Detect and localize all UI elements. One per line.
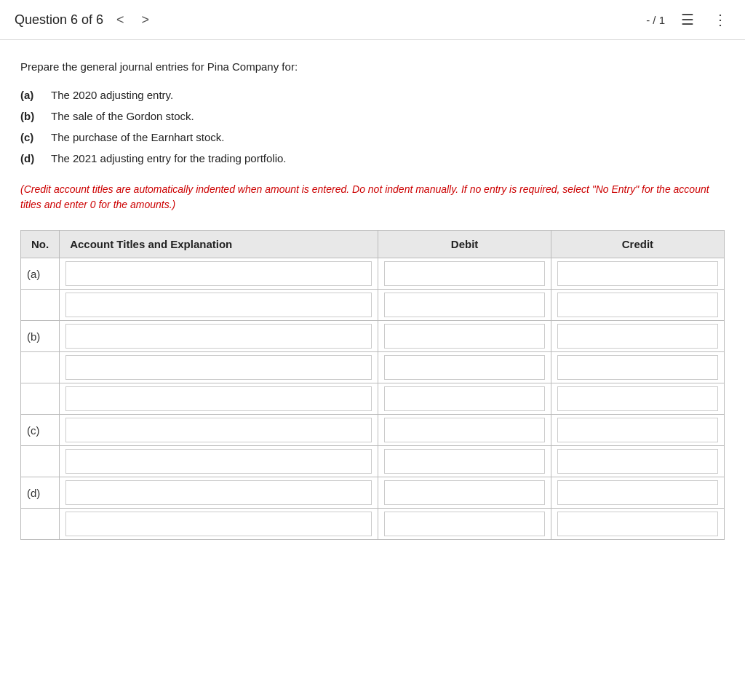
row-a-2 (21, 290, 725, 321)
part-c-text: The purchase of the Earnhart stock. (51, 131, 224, 143)
parts-list: (a) The 2020 adjusting entry. (b) The sa… (20, 89, 725, 164)
row-d-2-debit-input[interactable] (384, 512, 545, 536)
more-options-button[interactable]: ⋮ (710, 8, 730, 31)
row-d-1-debit-input[interactable] (384, 480, 545, 505)
row-b-3-account-input[interactable] (65, 386, 372, 411)
row-a-2-no (21, 290, 60, 321)
header-left: Question 6 of 6 < > (15, 9, 646, 31)
prev-button[interactable]: < (112, 9, 129, 31)
question-title: Question 6 of 6 (15, 12, 103, 28)
row-c-2-debit-input[interactable] (384, 449, 545, 474)
row-d-1: (d) (21, 477, 725, 509)
part-d: (d) The 2021 adjusting entry for the tra… (20, 152, 725, 164)
row-d-2-account-input[interactable] (65, 512, 372, 536)
part-b: (b) The sale of the Gordon stock. (20, 110, 725, 122)
next-button[interactable]: > (138, 9, 154, 31)
row-c-2-no (21, 446, 60, 477)
row-d-1-credit-input[interactable] (557, 480, 718, 505)
credit-note: (Credit account titles are automatically… (20, 182, 725, 212)
part-d-text: The 2021 adjusting entry for the trading… (51, 152, 287, 164)
row-d-1-credit-cell (551, 477, 724, 509)
row-b-2-debit-cell (378, 352, 551, 383)
row-b-1-debit-cell (378, 321, 551, 352)
row-b-2-account-input[interactable] (65, 355, 372, 380)
row-d-1-debit-cell (378, 477, 551, 509)
row-d-2-account-cell (60, 509, 378, 540)
part-b-text: The sale of the Gordon stock. (51, 110, 194, 122)
col-credit-header: Credit (551, 231, 724, 258)
row-b-2 (21, 352, 725, 383)
row-c-1-debit-input[interactable] (384, 418, 545, 442)
row-a-1-account-cell (60, 258, 378, 290)
row-a-1: (a) (21, 258, 725, 290)
row-b-1-debit-input[interactable] (384, 324, 545, 349)
row-d-1-account-input[interactable] (65, 480, 372, 505)
content: Prepare the general journal entries for … (0, 40, 745, 569)
row-b-2-debit-input[interactable] (384, 355, 545, 380)
col-debit-header: Debit (378, 231, 551, 258)
col-no-header: No. (21, 231, 60, 258)
header-right: - / 1 ☰ ⋮ (646, 8, 730, 31)
row-a-label: (a) (21, 258, 60, 290)
row-b-2-account-cell (60, 352, 378, 383)
row-a-1-account-input[interactable] (65, 261, 372, 286)
row-c-2-credit-input[interactable] (557, 449, 718, 474)
row-d-2 (21, 509, 725, 540)
header: Question 6 of 6 < > - / 1 ☰ ⋮ (0, 0, 745, 40)
row-a-2-debit-input[interactable] (384, 293, 545, 317)
row-b-1-credit-cell (551, 321, 724, 352)
row-b-label: (b) (21, 321, 60, 352)
row-c-label: (c) (21, 415, 60, 446)
row-d-2-credit-cell (551, 509, 724, 540)
row-a-1-credit-cell (551, 258, 724, 290)
list-icon-button[interactable]: ☰ (678, 8, 697, 31)
row-c-1-credit-input[interactable] (557, 418, 718, 442)
row-a-1-credit-input[interactable] (557, 261, 718, 286)
row-c-1-credit-cell (551, 415, 724, 446)
row-a-2-account-input[interactable] (65, 293, 372, 317)
row-b-3-credit-cell (551, 383, 724, 415)
row-b-3-debit-input[interactable] (384, 386, 545, 411)
row-c-2-account-cell (60, 446, 378, 477)
part-c: (c) The purchase of the Earnhart stock. (20, 131, 725, 143)
row-a-1-debit-input[interactable] (384, 261, 545, 286)
row-b-3-no (21, 383, 60, 415)
part-d-label: (d) (20, 152, 38, 164)
journal-table: No. Account Titles and Explanation Debit… (20, 230, 725, 540)
row-b-3-credit-input[interactable] (557, 386, 718, 411)
row-c-1-debit-cell (378, 415, 551, 446)
row-d-2-no (21, 509, 60, 540)
row-b-2-no (21, 352, 60, 383)
row-c-2-credit-cell (551, 446, 724, 477)
row-b-1-account-input[interactable] (65, 324, 372, 349)
row-a-1-debit-cell (378, 258, 551, 290)
row-b-3-account-cell (60, 383, 378, 415)
row-b-1-account-cell (60, 321, 378, 352)
row-a-2-debit-cell (378, 290, 551, 321)
part-a-text: The 2020 adjusting entry. (51, 89, 173, 101)
row-b-2-credit-cell (551, 352, 724, 383)
row-d-label: (d) (21, 477, 60, 509)
row-d-2-credit-input[interactable] (557, 512, 718, 536)
row-c-2-account-input[interactable] (65, 449, 372, 474)
row-a-2-account-cell (60, 290, 378, 321)
row-b-2-credit-input[interactable] (557, 355, 718, 380)
row-d-1-account-cell (60, 477, 378, 509)
page-indicator: - / 1 (646, 14, 665, 26)
row-b-1: (b) (21, 321, 725, 352)
row-c-1-account-input[interactable] (65, 418, 372, 442)
row-b-1-credit-input[interactable] (557, 324, 718, 349)
part-a-label: (a) (20, 89, 38, 101)
row-c-2-debit-cell (378, 446, 551, 477)
row-a-2-credit-cell (551, 290, 724, 321)
row-b-3-debit-cell (378, 383, 551, 415)
row-c-2 (21, 446, 725, 477)
part-c-label: (c) (20, 131, 38, 143)
part-a: (a) The 2020 adjusting entry. (20, 89, 725, 101)
part-b-label: (b) (20, 110, 38, 122)
row-b-3 (21, 383, 725, 415)
intro-text: Prepare the general journal entries for … (20, 60, 725, 73)
col-account-header: Account Titles and Explanation (60, 231, 378, 258)
row-a-2-credit-input[interactable] (557, 293, 718, 317)
row-d-2-debit-cell (378, 509, 551, 540)
